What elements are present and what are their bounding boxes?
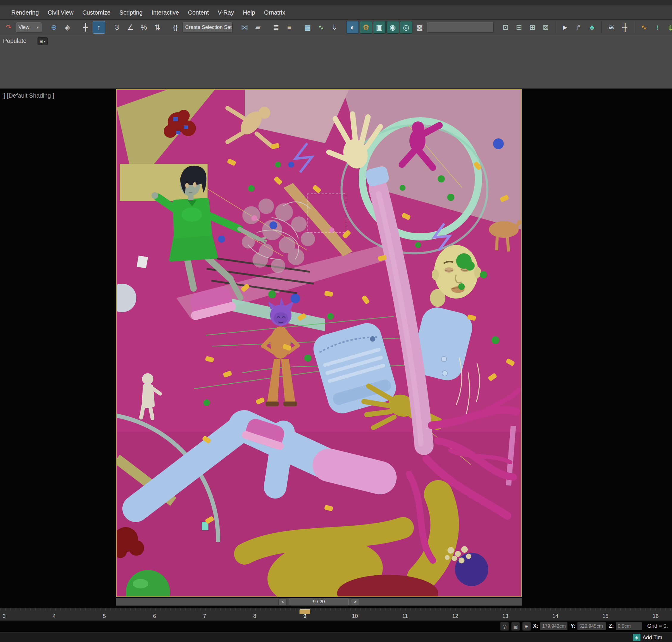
redo-icon[interactable]: ↷	[2, 21, 15, 34]
timeline-tick-15[interactable]: 15	[603, 613, 609, 619]
timeline-tick-5[interactable]: 5	[103, 613, 106, 619]
z-coordinate-field[interactable]: 0.0cm	[616, 622, 642, 630]
toolbar-sep	[634, 22, 635, 33]
percent-snap-icon[interactable]: %	[138, 21, 150, 34]
grid-size-label: Grid = 0.	[647, 623, 668, 629]
transform-type-in: X: 179.942cm Y: 520.945cm Z: 0.0cm Grid …	[533, 622, 668, 630]
select-and-manipulate-icon[interactable]: ◈	[61, 21, 74, 34]
timeline-tick-7[interactable]: 7	[203, 613, 206, 619]
timeline: 345678910111213141516	[0, 608, 672, 620]
viewport-render	[117, 90, 521, 596]
menu-item-civil-view[interactable]: Civil View	[43, 8, 77, 17]
timeline-tick-11[interactable]: 11	[402, 613, 408, 619]
toolbar-sep	[601, 22, 602, 33]
curve-editor-icon[interactable]: ∿	[315, 21, 327, 34]
ornatrix-strands-icon[interactable]: ψ	[664, 21, 672, 34]
menu-item-interactive[interactable]: Interactive	[148, 8, 183, 17]
menu-item-help[interactable]: Help	[239, 8, 259, 17]
menu-item-ornatrix[interactable]: Ornatrix	[260, 8, 289, 17]
toggle-layer-explorer-icon[interactable]: ≡	[283, 21, 296, 34]
render-setup-icon[interactable]: ⚙	[360, 21, 372, 34]
hair-comb-icon[interactable]: ╫	[618, 21, 631, 34]
ribbon-populate-panel: Populate ▣ ▾	[0, 35, 672, 89]
hair-guides-icon[interactable]: ≋	[605, 21, 618, 34]
add-time-tag-icon[interactable]: ◈	[633, 634, 641, 641]
ornatrix-curl-icon[interactable]: ∿	[638, 21, 650, 34]
edit-named-selection-sets-icon[interactable]: {}	[169, 21, 182, 34]
timeline-tick-6[interactable]: 6	[153, 613, 156, 619]
timeline-tick-13[interactable]: 13	[502, 613, 508, 619]
absolute-mode-toggle-icon[interactable]: ⊞	[522, 622, 531, 631]
timeline-tick-10[interactable]: 10	[352, 613, 358, 619]
menu-item-scripting[interactable]: Scripting	[115, 8, 147, 17]
render-to-texture-icon[interactable]: ⊟	[513, 21, 525, 34]
timeline-ruler[interactable]: 345678910111213141516	[0, 608, 672, 620]
state-sets-icon[interactable]: ▩	[413, 21, 426, 34]
ornatrix-hair-icon[interactable]: ≀	[651, 21, 664, 34]
toolbar-text-input[interactable]	[427, 22, 494, 33]
next-frame-button[interactable]: >	[351, 599, 359, 605]
viewport-shading-label[interactable]: ] [Default Shading ]	[3, 92, 54, 99]
select-cursor-icon[interactable]: ►	[559, 21, 571, 34]
timeline-tick-4[interactable]: 4	[53, 613, 56, 619]
isolate-selection-toggle-icon[interactable]: ◎	[500, 622, 509, 631]
paint-object-icon[interactable]: ♣	[586, 21, 598, 34]
populate-tab-label[interactable]: Populate	[3, 38, 26, 44]
select-and-move-icon[interactable]: ╋	[79, 21, 92, 34]
toolbar-sep	[555, 22, 556, 33]
render-production-icon[interactable]: ◉	[386, 21, 399, 34]
info-icon[interactable]: i°	[572, 21, 585, 34]
select-and-place-icon[interactable]: ↑	[92, 21, 105, 34]
timeline-tick-14[interactable]: 14	[552, 613, 558, 619]
use-pivot-point-center-icon[interactable]: ⊕	[48, 21, 60, 34]
viewport[interactable]	[116, 89, 522, 597]
timeline-tick-8[interactable]: 8	[253, 613, 256, 619]
video-preview-icon[interactable]: ⊞	[526, 21, 538, 34]
frame-navigation-bar: < 9 / 20 >	[116, 598, 522, 606]
rendered-frame-window-icon[interactable]: ▣	[373, 21, 385, 34]
add-time-tag-button[interactable]: Add Tim	[643, 634, 662, 641]
timeline-tick-12[interactable]: 12	[452, 613, 458, 619]
reference-coordinate-system-dropdown[interactable]: View▼	[16, 22, 42, 33]
timeline-tick-16[interactable]: 16	[652, 613, 659, 619]
reference-coordinate-system-dropdown-value: View	[18, 24, 29, 30]
viewport-canvas: ] [Default Shading ]	[0, 89, 672, 642]
mirror-icon[interactable]: ⋈	[238, 21, 251, 34]
chevron-down-icon: ▼	[36, 26, 39, 29]
menu-item-v-ray[interactable]: V-Ray	[214, 8, 238, 17]
batch-render-icon[interactable]: ⊡	[499, 21, 512, 34]
populate-flyout-button[interactable]: ▣ ▾	[38, 37, 48, 45]
frame-counter[interactable]: 9 / 20	[289, 599, 348, 605]
menubar: RenderingCivil ViewCustomizeScriptingInt…	[0, 0, 672, 20]
render-iterative-icon[interactable]: ◎	[400, 21, 413, 34]
capture-frame-icon[interactable]: ⊠	[540, 21, 552, 34]
ribbon-toggle-icon[interactable]: ▦	[301, 21, 314, 34]
x-coordinate-label: X:	[533, 623, 538, 629]
spinner-snap-icon[interactable]: ⇅	[151, 21, 163, 34]
x-coordinate-field[interactable]: 179.942cm	[540, 622, 568, 630]
snap-toggle-3d-icon[interactable]: 3	[111, 21, 123, 34]
status-toggle-icons: ◎ ▣ ⊞	[500, 622, 531, 631]
menu-item-rendering[interactable]: Rendering	[7, 8, 43, 17]
timeline-tick-3[interactable]: 3	[3, 613, 6, 619]
menu-item-customize[interactable]: Customize	[78, 8, 115, 17]
bottom-bar: ◈ Add Tim	[0, 632, 672, 642]
named-selection-sets-dropdown-value: Create Selection Set	[185, 24, 232, 30]
material-editor-icon[interactable]: ◐	[346, 21, 359, 34]
schematic-view-icon[interactable]: ⇓	[328, 21, 341, 34]
selection-lock-toggle-icon[interactable]: ▣	[511, 622, 520, 631]
toolbar: ↷View▼⊕◈╋↑3∠%⇅{}Create Selection Set▼⋈▰≣…	[0, 20, 672, 35]
align-icon[interactable]: ▰	[252, 21, 264, 34]
z-coordinate-label: Z:	[609, 623, 614, 629]
menu-item-content[interactable]: Content	[184, 8, 213, 17]
statusbar: ◎ ▣ ⊞ X: 179.942cm Y: 520.945cm Z: 0.0cm…	[0, 621, 672, 632]
named-selection-sets-dropdown[interactable]: Create Selection Set▼	[182, 22, 232, 33]
prev-frame-button[interactable]: <	[278, 599, 287, 605]
y-coordinate-label: Y:	[570, 623, 575, 629]
y-coordinate-field[interactable]: 520.945cm	[577, 622, 606, 630]
angle-snap-icon[interactable]: ∠	[124, 21, 137, 34]
toggle-scene-explorer-icon[interactable]: ≣	[270, 21, 282, 34]
timeline-tick-9[interactable]: 9	[303, 613, 306, 619]
